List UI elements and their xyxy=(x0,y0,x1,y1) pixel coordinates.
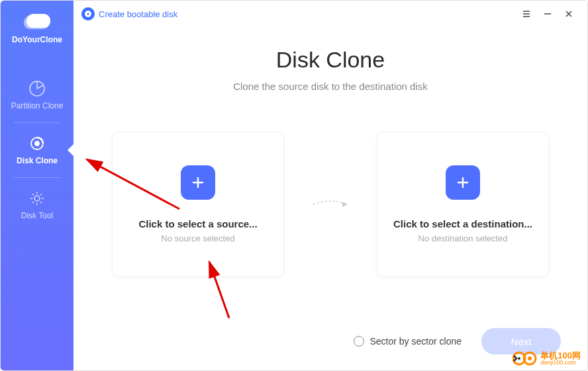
sidebar: DoYourClone Partition Clone Disk Clone D… xyxy=(1,1,74,370)
source-card[interactable]: Click to select a source... No source se… xyxy=(112,132,284,277)
pie-icon xyxy=(28,80,46,97)
disc-icon xyxy=(81,7,95,21)
sector-by-sector-option[interactable]: Sector by sector clone xyxy=(354,336,462,347)
disk-clone-icon xyxy=(28,135,46,152)
add-destination-button[interactable] xyxy=(446,165,480,200)
radio-icon xyxy=(354,336,364,347)
topbar: Create bootable disk xyxy=(74,1,587,27)
divider xyxy=(14,177,60,178)
cards-row: Click to select a source... No source se… xyxy=(112,132,549,277)
sidebar-item-disk-tool[interactable]: Disk Tool xyxy=(1,181,74,229)
footer: Sector by sector clone Next xyxy=(354,328,561,354)
brand-name: DoYourClone xyxy=(12,35,62,44)
divider xyxy=(14,122,60,123)
sidebar-item-partition-clone[interactable]: Partition Clone xyxy=(1,71,74,120)
svg-point-2 xyxy=(35,142,39,145)
brand-logo: DoYourClone xyxy=(12,13,62,44)
create-bootable-disk-link[interactable]: Create bootable disk xyxy=(81,7,177,21)
nav-label: Disk Tool xyxy=(21,211,53,220)
sector-label: Sector by sector clone xyxy=(369,336,462,347)
source-card-subtitle: No source selected xyxy=(161,233,234,243)
svg-point-3 xyxy=(34,196,40,201)
menu-button[interactable] xyxy=(516,3,537,24)
nav-label: Disk Clone xyxy=(17,156,58,165)
sidebar-item-disk-clone[interactable]: Disk Clone xyxy=(1,126,74,175)
source-card-title: Click to select a source... xyxy=(138,218,257,229)
page-subtitle: Clone the source disk to the destination… xyxy=(233,81,428,92)
nav-label: Partition Clone xyxy=(11,101,64,110)
close-button[interactable] xyxy=(558,3,579,24)
minimize-button[interactable] xyxy=(537,3,558,24)
add-source-button[interactable] xyxy=(181,165,215,200)
destination-card[interactable]: Click to select a destination... No dest… xyxy=(377,132,549,277)
plus-icon xyxy=(456,175,470,190)
main-area: Create bootable disk Disk Clone Clone th… xyxy=(74,1,587,370)
bootable-link-label: Create bootable disk xyxy=(99,9,177,19)
svg-point-5 xyxy=(87,13,89,15)
logo-icon xyxy=(24,13,50,30)
gear-icon xyxy=(28,190,46,207)
next-button[interactable]: Next xyxy=(481,328,561,354)
arrow-icon xyxy=(311,194,350,214)
plus-icon xyxy=(191,175,205,190)
dest-card-title: Click to select a destination... xyxy=(393,218,532,229)
dest-card-subtitle: No destination selected xyxy=(418,233,507,243)
content: Disk Clone Clone the source disk to the … xyxy=(74,27,587,370)
page-title: Disk Clone xyxy=(276,47,385,73)
